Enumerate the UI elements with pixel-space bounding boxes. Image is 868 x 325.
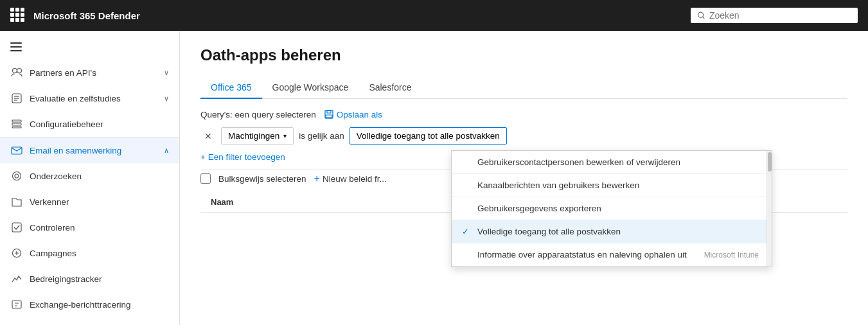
sidebar-item-label-controleren: Controleren [30,223,169,233]
content-area: Oath-apps beheren Office 365 Google Work… [180,31,868,325]
sidebar-item-label-config: Configuratiebeheer [30,119,169,129]
bulk-select-checkbox[interactable] [200,173,211,184]
sidebar-item-evaluatie[interactable]: Evaluatie en zelfstudies ∨ [0,85,179,111]
tab-salesforce[interactable]: Salesforce [359,77,421,99]
sidebar-item-configuratie[interactable]: Configuratiebeheer [0,111,179,137]
dropdown-item-label-1: Gebruikerscontactpersonen bewerken of ve… [477,157,680,167]
search-input[interactable] [709,10,851,21]
filter-type-chevron: ▾ [283,132,287,139]
svg-point-6 [17,69,22,73]
bulk-select-label: Bulksgewijs selecteren [218,174,306,184]
hamburger-button[interactable] [0,36,179,60]
email-icon [10,144,23,157]
tab-google-workspace[interactable]: Google Workspace [262,77,359,99]
dropdown-item-mi-label-5: Microsoft Intune [704,250,759,259]
onderzoeken-icon [10,170,23,182]
chevron-up-icon: ∧ [164,146,169,155]
search-icon [697,11,705,20]
controleren-icon [10,221,23,234]
svg-rect-22 [326,115,332,118]
svg-line-1 [702,17,704,19]
sidebar-item-onderzoeken[interactable]: Onderzoeken [0,163,179,189]
bulk-select-button[interactable]: Bulksgewijs selecteren [218,174,306,184]
svg-point-16 [15,174,19,178]
svg-rect-2 [10,42,22,44]
apps-grid-icon[interactable] [10,8,26,23]
config-icon [10,118,23,130]
query-label: Query's: een query selecteren [200,110,316,119]
new-policy-label: Nieuw beleid fr... [323,174,387,184]
sidebar: Partners en API's ∨ Evaluatie en zelfstu… [0,31,180,325]
filter-dropdown-popup: Gebruikerscontactpersonen bewerken of ve… [451,150,772,267]
sidebar-item-label-verkenner: Verkenner [30,197,169,207]
page-title: Oath-apps beheren [200,46,847,64]
main-layout: Partners en API's ∨ Evaluatie en zelfstu… [0,31,868,325]
filter-type-dropdown[interactable]: Machtigingen ▾ [221,127,294,145]
dropdown-scrollbar[interactable] [766,151,772,267]
partners-icon [10,66,23,79]
sidebar-item-label-campagnes: Campagnes [30,249,169,258]
sidebar-item-label-email: Email en samenwerking [30,146,157,155]
new-policy-plus: + [314,173,320,184]
sidebar-item-label-partners: Partners en API's [30,68,157,78]
tabs-bar: Office 365 Google Workspace Salesforce [200,77,847,99]
sidebar-item-label-bedreigingstracker: Bedreigingstracker [30,274,169,284]
sidebar-item-campagnes[interactable]: Campagnes [0,240,179,266]
chevron-down-icon: ∨ [164,69,169,77]
sidebar-item-exchange[interactable]: Exchange-berichttracering [0,292,179,317]
bedreigingstracker-icon [10,272,23,285]
svg-point-15 [13,172,21,180]
dropdown-item-informatie-apparaat[interactable]: Informatie over apparaatstatus en nalevi… [452,243,772,267]
sidebar-item-label-exchange: Exchange-berichttracering [30,300,169,310]
sidebar-item-email[interactable]: Email en samenwerking ∧ [0,137,179,163]
filter-type-label: Machtigingen [228,131,279,141]
save-icon [324,109,334,119]
filter-value-text: Volledige toegang tot alle postvakken [357,131,500,141]
dropdown-scroll[interactable]: Gebruikerscontactpersonen bewerken of ve… [452,151,772,267]
scrollbar-thumb [768,152,772,171]
svg-rect-19 [12,301,21,308]
dropdown-item-label-4: Volledige toegang tot alle postvakken [477,227,621,236]
sidebar-item-label-evaluatie: Evaluatie en zelfstudies [30,94,157,103]
filter-bar: Query's: een query selecteren Opslaan al… [200,109,847,119]
filter-close-button[interactable]: ✕ [200,128,216,144]
new-policy-button[interactable]: + Nieuw beleid fr... [314,173,387,184]
column-name: Naam [211,197,233,207]
save-as-label: Opslaan als [337,110,382,119]
exchange-icon [10,298,23,311]
dropdown-item-label-2: Kanaalberichten van gebruikers bewerken [477,180,639,190]
svg-rect-20 [325,110,333,118]
filter-operator-text: is gelijk aan [299,131,344,141]
evaluatie-icon [10,92,23,105]
svg-rect-12 [12,123,21,125]
svg-point-5 [13,69,17,73]
sidebar-item-controleren[interactable]: Controleren [0,215,179,240]
sidebar-item-partners-api[interactable]: Partners en API's ∨ [0,60,179,85]
check-icon-4: ✓ [462,227,472,236]
sidebar-item-verkenner[interactable]: Verkenner [0,189,179,215]
dropdown-item-kanaalberichten[interactable]: Kanaalberichten van gebruikers bewerken [452,174,772,197]
topbar: Microsoft 365 Defender [0,0,868,31]
dropdown-item-gebruikersgegevens[interactable]: Gebruikersgegevens exporteren [452,197,772,220]
save-as-button[interactable]: Opslaan als [324,109,382,119]
svg-rect-11 [12,120,21,122]
dropdown-item-label-5: Informatie over apparaatstatus en nalevi… [477,250,687,259]
svg-rect-3 [10,46,22,48]
filter-row: ✕ Machtigingen ▾ is gelijk aan Volledige… [200,127,847,145]
dropdown-item-volledige-toegang[interactable]: ✓ Volledige toegang tot alle postvakken [452,220,772,243]
sidebar-item-label-onderzoeken: Onderzoeken [30,171,169,181]
svg-rect-17 [12,223,21,232]
verkenner-icon [10,195,23,208]
search-box[interactable] [691,8,858,23]
filter-value-field[interactable]: Volledige toegang tot alle postvakken [350,127,507,145]
app-title: Microsoft 365 Defender [33,10,683,21]
sidebar-item-bedreigingstracker[interactable]: Bedreigingstracker [0,266,179,292]
chevron-down-icon-2: ∨ [164,94,169,103]
tab-office365[interactable]: Office 365 [200,77,262,99]
svg-rect-4 [10,50,22,51]
dropdown-item-label-3: Gebruikersgegevens exporteren [477,204,601,213]
svg-rect-13 [12,127,21,128]
campagnes-icon [10,247,23,259]
dropdown-item-gebruikerscontactpersonen[interactable]: Gebruikerscontactpersonen bewerken of ve… [452,151,772,174]
